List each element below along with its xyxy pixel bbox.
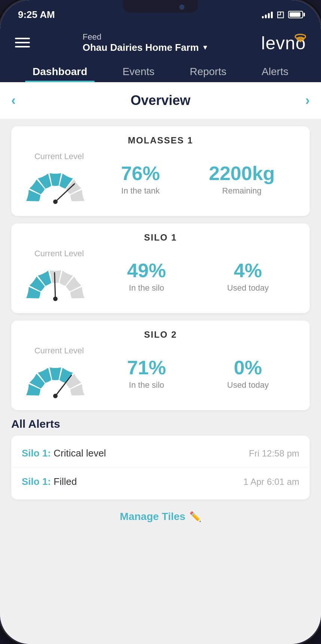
alert-source: Silo 1: [22, 448, 51, 459]
stat-primary: 71% In the silo [127, 357, 166, 390]
tank-name: MOLASSES 1 [22, 135, 299, 146]
alert-text: Silo 1: Critical level [22, 448, 106, 459]
tab-reports[interactable]: Reports [182, 61, 234, 82]
nav-tabs: Dashboard Events Reports Alerts [15, 61, 306, 82]
stat-secondary: 0% Used today [227, 357, 269, 390]
manage-tiles-section: Manage Tiles ✏️ [11, 499, 310, 526]
feed-label: Feed [83, 32, 208, 42]
levno-logo: levno [261, 31, 306, 54]
svg-point-7 [53, 297, 58, 301]
gauge-area: Current Level [22, 152, 97, 207]
stat-primary-label: In the tank [121, 186, 160, 196]
tank-card-silo-2: SILO 2 Current Level 71% In the silo 0% … [11, 321, 310, 410]
tank-card-silo-1: SILO 1 Current Level 49% In the silo 4% … [11, 223, 310, 313]
stat-secondary: 2200kg Remaining [209, 163, 275, 195]
tab-dashboard[interactable]: Dashboard [25, 61, 95, 82]
notch [123, 0, 198, 13]
hamburger-menu[interactable] [15, 38, 30, 47]
tank-content: Current Level 71% In the silo 0% Used to… [22, 346, 299, 401]
stat-secondary-value: 4% [227, 260, 269, 281]
manage-tiles-button[interactable]: Manage Tiles ✏️ [120, 511, 201, 523]
gauge-area: Current Level [22, 346, 97, 401]
battery-icon [288, 11, 303, 18]
alerts-card: Silo 1: Critical level Fri 12:58 pm Silo… [11, 436, 310, 499]
alerts-section: All Alerts Silo 1: Critical level Fri 12… [11, 418, 310, 499]
stat-primary-value: 49% [127, 260, 166, 281]
signal-icon [262, 11, 273, 18]
alert-source: Silo 1: [22, 476, 51, 487]
dropdown-arrow-icon: ▼ [202, 44, 208, 52]
main-content: ‹ Overview › MOLASSES 1 Current Level 76… [0, 82, 321, 644]
manage-tiles-label: Manage Tiles [120, 511, 185, 523]
stats-area: 71% In the silo 0% Used today [97, 357, 299, 390]
top-nav: Feed Ohau Dairies Home Farm ▼ levno [0, 26, 321, 82]
farm-name: Ohau Dairies Home Farm [83, 42, 199, 53]
stat-secondary: 4% Used today [227, 260, 269, 292]
next-arrow[interactable]: › [305, 93, 310, 108]
camera-dot [179, 4, 184, 10]
alert-row: Silo 1: Filled 1 Apr 6:01 am [11, 468, 310, 496]
stat-primary: 49% In the silo [127, 260, 166, 292]
svg-point-3 [299, 40, 302, 42]
phone-screen: 9:25 AM ◰ Feed Ohau Dairie [0, 0, 321, 644]
stat-primary-label: In the silo [127, 283, 166, 293]
alert-time: Fri 12:58 pm [249, 448, 299, 459]
tank-name: SILO 2 [22, 329, 299, 340]
tab-events[interactable]: Events [115, 61, 162, 82]
stat-secondary-label: Remaining [209, 186, 275, 196]
tank-content: Current Level 49% In the silo 4% Used to… [22, 249, 299, 304]
tank-cards: MOLASSES 1 Current Level 76% In the tank… [11, 126, 310, 410]
stats-area: 76% In the tank 2200kg Remaining [97, 163, 299, 195]
tank-name: SILO 1 [22, 232, 299, 243]
overview-title: Overview [131, 93, 190, 108]
alert-row: Silo 1: Critical level Fri 12:58 pm [11, 439, 310, 468]
alert-time: 1 Apr 6:01 am [244, 477, 299, 487]
wifi-icon: ◰ [276, 10, 284, 19]
status-time: 9:25 AM [18, 9, 55, 21]
stats-area: 49% In the silo 4% Used today [97, 260, 299, 292]
alerts-title: All Alerts [11, 418, 310, 430]
gauge-label: Current Level [22, 346, 97, 356]
gauge-area: Current Level [22, 249, 97, 304]
phone-frame: 9:25 AM ◰ Feed Ohau Dairie [0, 0, 321, 644]
stat-primary-value: 71% [127, 357, 166, 378]
gauge-label: Current Level [22, 249, 97, 258]
stat-primary-label: In the silo [127, 380, 166, 390]
stat-secondary-value: 2200kg [209, 163, 275, 184]
battery-fill [290, 12, 300, 17]
alert-message: Filled [54, 476, 77, 487]
alert-message: Critical level [54, 448, 106, 459]
logo-svg: levno [261, 31, 306, 54]
nav-header: Feed Ohau Dairies Home Farm ▼ levno [15, 31, 306, 54]
tank-card-molasses-1: MOLASSES 1 Current Level 76% In the tank… [11, 126, 310, 216]
overview-header: ‹ Overview › [0, 82, 321, 119]
prev-arrow[interactable]: ‹ [11, 93, 16, 108]
edit-icon: ✏️ [189, 511, 201, 523]
stat-secondary-label: Used today [227, 380, 269, 390]
stat-secondary-value: 0% [227, 357, 269, 378]
svg-point-5 [53, 199, 58, 204]
tab-alerts[interactable]: Alerts [254, 61, 296, 82]
svg-point-9 [53, 394, 58, 398]
tank-content: Current Level 76% In the tank 2200kg Rem… [22, 152, 299, 207]
stat-secondary-label: Used today [227, 283, 269, 293]
feed-info: Feed Ohau Dairies Home Farm ▼ [83, 32, 208, 53]
svg-text:levno: levno [261, 33, 306, 53]
status-icons: ◰ [262, 10, 303, 19]
stat-primary-value: 76% [121, 163, 160, 184]
alert-text: Silo 1: Filled [22, 476, 77, 487]
feed-farm[interactable]: Ohau Dairies Home Farm ▼ [83, 42, 208, 53]
gauge-label: Current Level [22, 152, 97, 161]
stat-primary: 76% In the tank [121, 163, 160, 195]
